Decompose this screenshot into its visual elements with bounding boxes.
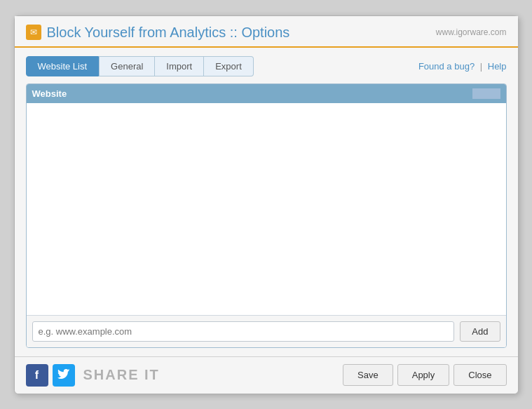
share-text: SHARE IT (83, 367, 160, 383)
url-input[interactable] (32, 321, 455, 342)
twitter-icon[interactable] (53, 364, 75, 387)
apply-button[interactable]: Apply (397, 364, 450, 386)
save-button[interactable]: Save (343, 364, 393, 386)
found-bug-link[interactable]: Found a bug? (418, 61, 475, 72)
app-window: ✉ Block Yourself from Analytics :: Optio… (14, 15, 519, 394)
tab-group: Website List General Import Export (26, 56, 254, 76)
tab-website-list[interactable]: Website List (26, 56, 100, 76)
title-bar: ✉ Block Yourself from Analytics :: Optio… (15, 16, 518, 48)
website-list-body (27, 103, 506, 315)
separator: | (480, 61, 482, 72)
add-button[interactable]: Add (460, 321, 500, 342)
close-button[interactable]: Close (453, 364, 506, 386)
tab-general[interactable]: General (99, 56, 155, 76)
column-website: Website (32, 88, 472, 99)
footer-buttons: Save Apply Close (343, 364, 506, 386)
add-website-row: Add (27, 315, 506, 347)
twitter-bird-icon (57, 369, 70, 382)
help-link[interactable]: Help (488, 61, 507, 72)
tab-export[interactable]: Export (204, 56, 254, 76)
tabs-row: Website List General Import Export Found… (26, 56, 507, 76)
content-area: Website List General Import Export Found… (15, 48, 518, 356)
website-url: www.igorware.com (436, 27, 507, 37)
column-action (472, 88, 500, 99)
facebook-icon[interactable]: f (26, 364, 48, 387)
main-panel: Website Add (26, 83, 507, 348)
footer: f SHARE IT Save Apply Close (15, 356, 518, 394)
app-icon: ✉ (26, 25, 41, 40)
table-header: Website (27, 84, 506, 103)
social-icons: f SHARE IT (26, 364, 160, 387)
help-links: Found a bug? | Help (418, 61, 507, 72)
tab-import[interactable]: Import (155, 56, 204, 76)
page-title: Block Yourself from Analytics :: Options (47, 25, 290, 41)
title-left: ✉ Block Yourself from Analytics :: Optio… (26, 25, 290, 41)
